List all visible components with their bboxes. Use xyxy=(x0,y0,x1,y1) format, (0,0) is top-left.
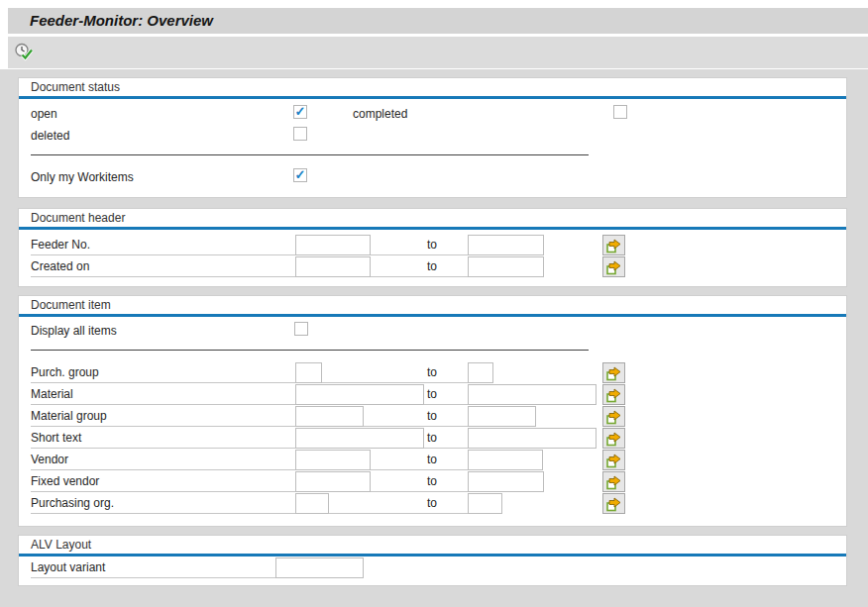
to-label: to xyxy=(427,453,437,466)
completed-checkbox[interactable] xyxy=(613,105,627,119)
display-all-items-checkbox[interactable] xyxy=(294,322,308,336)
multi-selection-icon xyxy=(605,474,622,490)
completed-label: completed xyxy=(353,107,407,121)
row-underline xyxy=(31,469,468,470)
row-underline xyxy=(31,254,468,255)
section-rule xyxy=(19,227,846,230)
layout-variant-input[interactable] xyxy=(275,557,364,578)
short-text-from-input[interactable] xyxy=(295,428,424,449)
section-rule xyxy=(19,96,846,99)
section-document-item: Document item Display all items Purch. g… xyxy=(18,295,847,527)
material-from-input[interactable] xyxy=(295,384,424,405)
section-title: ALV Layout xyxy=(31,538,91,552)
purchasing-org-from-input[interactable] xyxy=(295,493,329,514)
short-text-to-input[interactable] xyxy=(468,428,597,449)
material-group-multi-selection-button[interactable] xyxy=(602,406,625,427)
purchasing-org-label: Purchasing org. xyxy=(31,496,114,510)
short-text-label: Short text xyxy=(31,431,81,445)
material-multi-selection-button[interactable] xyxy=(602,384,625,405)
row-underline xyxy=(31,276,468,277)
feeder-no-from-input[interactable] xyxy=(295,235,371,255)
item-divider xyxy=(31,350,589,351)
display-all-items-label: Display all items xyxy=(31,324,117,338)
material-group-label: Material group xyxy=(31,409,107,423)
row-underline xyxy=(31,513,468,514)
layout-variant-label: Layout variant xyxy=(31,560,105,574)
vendor-label: Vendor xyxy=(31,453,68,466)
application-toolbar xyxy=(8,37,868,68)
only-my-workitems-checkbox[interactable]: ✓ xyxy=(293,168,307,182)
created-on-multi-selection-button[interactable] xyxy=(602,256,625,277)
fixed-vendor-multi-selection-button[interactable] xyxy=(602,471,625,492)
sap-selection-screen: Feeder-Monitor: Overview Document status… xyxy=(0,0,868,607)
purch-group-multi-selection-button[interactable] xyxy=(602,362,625,383)
fixed-vendor-to-input[interactable] xyxy=(468,471,544,492)
material-to-input[interactable] xyxy=(468,384,597,405)
field-row-material: Material to xyxy=(31,384,645,406)
to-label: to xyxy=(427,474,437,488)
field-row-layout-variant: Layout variant xyxy=(31,557,645,579)
section-alv-layout: ALV Layout Layout variant xyxy=(18,535,847,586)
material-group-from-input[interactable] xyxy=(295,406,364,427)
to-label: to xyxy=(427,259,437,273)
to-label: to xyxy=(427,431,437,445)
row-underline xyxy=(31,577,275,578)
purch-group-to-input[interactable] xyxy=(468,362,493,383)
page-title: Feeder-Monitor: Overview xyxy=(8,8,868,34)
section-rule xyxy=(19,314,846,317)
field-row-fixed-vendor: Fixed vendor to xyxy=(31,471,645,493)
purch-group-from-input[interactable] xyxy=(295,362,322,383)
to-label: to xyxy=(427,365,437,379)
section-title: Document item xyxy=(31,298,111,312)
open-label: open xyxy=(31,107,57,121)
field-row-short-text: Short text to xyxy=(31,428,645,450)
fixed-vendor-label: Fixed vendor xyxy=(31,474,99,488)
field-row-created-on: Created on to xyxy=(31,256,645,278)
only-my-workitems-label: Only my Workitems xyxy=(31,170,134,184)
field-row-material-group: Material group to xyxy=(31,406,645,428)
section-rule xyxy=(19,554,846,556)
row-underline xyxy=(31,426,468,427)
row-underline xyxy=(31,382,468,383)
section-title: Document status xyxy=(31,80,120,94)
title-bar: Feeder-Monitor: Overview xyxy=(8,8,868,34)
material-group-to-input[interactable] xyxy=(468,406,536,427)
deleted-label: deleted xyxy=(31,129,69,143)
to-label: to xyxy=(427,387,437,401)
section-document-header: Document header Feeder No. to Created on… xyxy=(18,208,847,287)
window-chrome: Feeder-Monitor: Overview xyxy=(0,0,868,69)
purchasing-org-to-input[interactable] xyxy=(468,493,502,514)
section-document-status: Document status open ✓ completed deleted… xyxy=(18,77,847,198)
execute-clock-check-icon xyxy=(14,43,34,62)
multi-selection-icon xyxy=(605,431,622,447)
row-underline xyxy=(31,491,468,492)
feeder-no-multi-selection-button[interactable] xyxy=(602,235,625,255)
fixed-vendor-from-input[interactable] xyxy=(295,471,371,492)
deleted-checkbox[interactable] xyxy=(293,127,307,141)
status-divider xyxy=(31,154,589,155)
vendor-multi-selection-button[interactable] xyxy=(602,450,625,470)
open-checkbox[interactable]: ✓ xyxy=(293,105,307,119)
created-on-to-input[interactable] xyxy=(468,256,544,277)
created-on-label: Created on xyxy=(31,259,89,273)
vendor-from-input[interactable] xyxy=(295,450,371,470)
multi-selection-icon xyxy=(605,365,622,381)
short-text-multi-selection-button[interactable] xyxy=(602,428,625,449)
multi-selection-icon xyxy=(605,387,622,403)
purch-group-label: Purch. group xyxy=(31,365,99,379)
field-row-feeder-no: Feeder No. to xyxy=(31,235,645,256)
material-label: Material xyxy=(31,387,73,401)
to-label: to xyxy=(427,496,437,510)
to-label: to xyxy=(427,409,437,423)
field-row-vendor: Vendor to xyxy=(31,450,645,471)
created-on-from-input[interactable] xyxy=(295,256,371,277)
multi-selection-icon xyxy=(605,496,622,512)
field-row-purchasing-org: Purchasing org. to xyxy=(31,493,645,515)
purchasing-org-multi-selection-button[interactable] xyxy=(602,493,625,514)
vendor-to-input[interactable] xyxy=(468,450,543,470)
to-label: to xyxy=(427,238,437,252)
feeder-no-to-input[interactable] xyxy=(468,235,544,255)
execute-button[interactable] xyxy=(12,41,36,64)
multi-selection-icon xyxy=(605,238,622,253)
field-row-purch-group: Purch. group to xyxy=(31,362,645,384)
